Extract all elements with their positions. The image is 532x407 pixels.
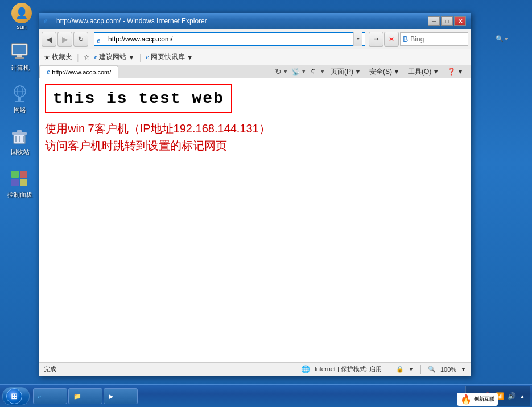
tools-menu-label: 工具(O) [408,67,431,77]
suggest-label: 建议网站 [99,52,126,62]
browser-title: http://www.accp.com/ - Windows Internet … [56,17,428,25]
zoom-level: 100% [440,366,456,373]
close-button[interactable]: ✕ [454,16,466,26]
svg-rect-11 [17,130,22,132]
windows-logo: ⊞ [11,392,18,401]
taskbar-media-item[interactable]: ▶ [104,388,138,404]
favorites-menu-item[interactable]: ★ 收藏夹 [44,52,72,62]
network-label: 网络 [14,106,26,114]
page-menu-arrow: ▼ [354,68,361,76]
taskbar-folder-icon: 📁 [73,393,81,400]
page-menu[interactable]: 页面(P) ▼ [328,66,364,78]
svg-rect-10 [12,132,27,135]
address-dropdown[interactable]: ▼ [353,32,362,46]
forward-button[interactable]: ▶ [57,32,72,47]
security-menu-label: 安全(S) [369,67,392,77]
ie-icon-small: e [94,53,97,61]
address-input[interactable] [108,35,353,43]
browser-favicon-title: e [44,16,53,26]
network-icon [9,84,31,105]
computer-icon [9,41,31,63]
taskbar-folder-item[interactable]: 📁 [68,388,102,404]
help-arrow: ▼ [457,68,464,76]
desktop-icon-control-panel[interactable]: 控制面板 [3,167,37,200]
minimize-button[interactable]: ─ [428,16,440,26]
favorites-star-icon[interactable]: ☆ [84,53,90,61]
user-avatar: 👤 [11,3,32,23]
print-dropdown[interactable]: ▼ [320,69,325,74]
suggest-dropdown-icon: ▼ [128,53,135,61]
tools-menu[interactable]: 工具(O) ▼ [406,66,442,78]
desktop-icon-network[interactable]: 网络 [3,82,37,115]
address-input-wrap: e ▼ [94,32,365,46]
taskbar-items: e 📁 ▶ [33,388,465,404]
svg-rect-15 [11,171,19,178]
nav-toolbar: ◀ ▶ ↻ e ▼ ➜ ✕ B 🔍 [39,29,471,49]
recycle-label: 回收站 [11,148,30,156]
lock-dropdown[interactable]: ▼ [409,367,414,372]
svg-rect-8 [15,101,24,102]
svg-rect-3 [15,57,24,59]
zoom-dropdown[interactable]: ▼ [461,367,466,372]
stop-button[interactable]: ✕ [384,32,399,47]
page-menu-label: 页面(P) [331,67,353,77]
fav-separator-2: | [139,53,142,62]
svg-rect-9 [14,134,25,144]
desktop: 👤 sun 计算机 [0,0,532,407]
tab-favicon: e [47,68,50,76]
star-icon: ★ [44,53,50,61]
zoom-icon: 🔍 [428,366,436,373]
svg-rect-1 [13,45,26,54]
status-separator-2 [420,365,421,374]
suggest-site-item[interactable]: e 建议网站 ▼ [94,52,135,62]
control-panel-icon [9,168,31,190]
print-icon[interactable]: 🖨 [310,68,316,76]
desktop-icon-recycle[interactable]: 回收站 [3,124,37,157]
search-icon[interactable]: 🔍 [496,35,504,43]
control-panel-label: 控制面板 [7,191,32,198]
help-menu[interactable]: ❓ ▼ [445,67,466,77]
internet-globe-icon: 🌐 [301,365,310,373]
nav-action-btns: ➜ ✕ [369,32,399,47]
maximize-button[interactable]: □ [441,16,453,26]
recycle-icon [9,126,31,147]
ie-icon-small-2: e [146,53,149,61]
watermark-icon: 🔥 [460,394,472,405]
browser-tab[interactable]: e http://www.accp.com/ [39,65,118,78]
content-area: this is test web 使用win 7客户机（IP地址192.168.… [39,78,471,362]
back-button[interactable]: ◀ [42,32,56,47]
annotation-line2: 访问客户机时跳转到设置的标记网页 [45,137,465,154]
status-separator-1 [389,365,389,374]
status-right: 🌐 Internet | 保护模式: 启用 🔒 ▼ 🔍 100% ▼ [301,365,466,374]
status-text: 完成 [44,365,56,373]
search-input[interactable] [410,35,496,43]
refresh-button[interactable]: ↻ [73,32,88,47]
favorites-toolbar: ★ 收藏夹 | ☆ e 建议网站 ▼ | e 网页快讯库 ▼ [39,49,471,65]
web-feed-label: 网页快讯库 [151,52,185,62]
taskbar-ie-item[interactable]: e [33,388,67,404]
go-button[interactable]: ➜ [369,32,383,47]
rss-icon: 📡 ▼ [291,68,306,76]
fav-separator-1: | [77,53,79,62]
computer-label: 计算机 [11,64,30,72]
watermark-badge: 🔥 创新互联 [457,393,498,406]
username-label: sun [17,23,27,30]
watermark-text: 创新互联 [474,396,494,403]
browser-window: e http://www.accp.com/ - Windows Interne… [39,13,471,376]
svg-rect-16 [20,171,27,178]
search-dropdown[interactable]: ▼ [504,36,509,42]
user-icon-area: 👤 sun [11,3,32,30]
security-menu[interactable]: 安全(S) ▼ [367,66,402,78]
web-feed-item[interactable]: e 网页快讯库 ▼ [146,52,193,62]
test-web-box: this is test web [45,84,232,113]
taskbar-arrow-icon[interactable]: ▲ [519,393,525,400]
address-bar-container: e ▼ [92,32,365,46]
start-button[interactable]: ⊞ [2,387,30,405]
annotation-line1: 使用win 7客户机（IP地址192.168.144.131） [45,120,465,137]
bing-logo: B [403,35,408,44]
taskbar: ⊞ e 📁 ▶ CH ❓ 📶 🔊 ▲ 🔥 创新互联 [0,384,532,407]
desktop-icon-container: 计算机 网络 [3,34,37,200]
desktop-icon-computer[interactable]: 计算机 [3,40,37,73]
window-controls: ─ □ ✕ [428,16,466,26]
lock-icon: 🔒 [396,366,404,373]
